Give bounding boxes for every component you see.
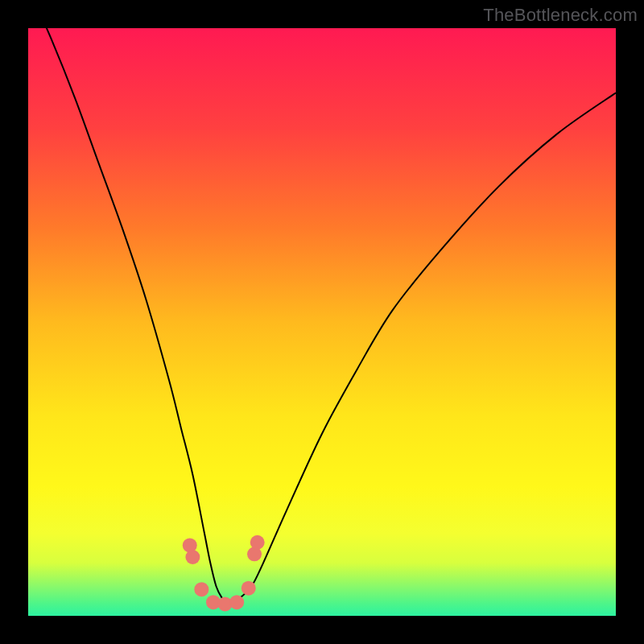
data-marker — [194, 582, 208, 597]
data-markers — [183, 535, 265, 612]
chart-svg — [28, 28, 616, 616]
data-marker — [250, 535, 265, 550]
data-marker — [242, 581, 256, 596]
bottleneck-curve — [28, 28, 616, 605]
data-marker — [185, 550, 200, 564]
watermark-text: TheBottleneck.com — [483, 5, 638, 26]
chart-container: TheBottleneck.com — [0, 0, 644, 644]
plot-area — [28, 28, 616, 616]
data-marker — [229, 595, 244, 609]
